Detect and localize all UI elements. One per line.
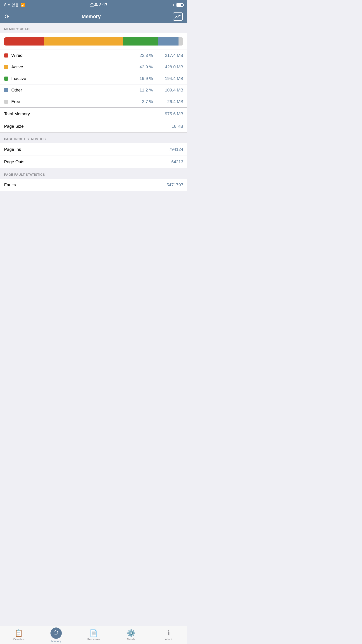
- row-label: Wired: [11, 53, 137, 58]
- battery-fill: [177, 4, 181, 6]
- color-dot: [4, 65, 8, 69]
- stats-value: 64213: [171, 160, 183, 164]
- summary-row: Total Memory 975.6 MB: [0, 108, 187, 120]
- usage-bar: [4, 37, 183, 46]
- page-inout-rows: Page Ins 794124 Page Outs 64213: [0, 143, 187, 168]
- status-right: ✦: [172, 3, 183, 7]
- status-left: SIM 없음 📶: [4, 3, 25, 8]
- row-pct: 2.7 %: [137, 99, 153, 104]
- refresh-button[interactable]: ⟳: [4, 14, 9, 20]
- row-label: Active: [11, 64, 137, 70]
- battery-indicator: [176, 3, 183, 7]
- fault-label: Faults: [4, 182, 16, 188]
- chart-button[interactable]: [173, 12, 183, 20]
- row-pct: 22.3 %: [137, 53, 153, 58]
- bluetooth-icon: ✦: [172, 3, 175, 7]
- memory-rows: Wired 22.3 % 217.4 MB Active 43.9 % 428.…: [0, 50, 187, 108]
- usage-bar-container: [0, 33, 187, 50]
- summary-label: Total Memory: [4, 112, 30, 116]
- wifi-icon: 📶: [20, 3, 25, 7]
- bar-segment: [179, 37, 183, 46]
- row-mb: 26.4 MB: [158, 99, 183, 104]
- carrier-label: SIM 없음: [4, 3, 19, 8]
- stats-label: Page Outs: [4, 160, 24, 164]
- row-pct: 11.2 %: [137, 88, 153, 92]
- memory-row: Inactive 19.9 % 194.4 MB: [0, 73, 187, 84]
- stats-value: 794124: [169, 147, 183, 152]
- summary-value: 975.6 MB: [165, 112, 183, 116]
- memory-row: Free 2.7 % 26.4 MB: [0, 96, 187, 107]
- color-dot: [4, 88, 8, 92]
- status-bar: SIM 없음 📶 오후 3:17 ✦: [0, 0, 187, 10]
- bar-segment: [123, 37, 158, 46]
- status-time: 오후 3:17: [90, 2, 107, 8]
- nav-bar: ⟳ Memory: [0, 10, 187, 23]
- color-dot: [4, 76, 8, 80]
- stats-row: Page Outs 64213: [0, 156, 187, 168]
- row-pct: 43.9 %: [137, 64, 153, 70]
- stats-row: Page Ins 794124: [0, 143, 187, 156]
- summary-label: Page Size: [4, 124, 24, 129]
- row-label: Other: [11, 88, 137, 92]
- row-pct: 19.9 %: [137, 76, 153, 81]
- row-label: Free: [11, 99, 137, 104]
- row-label: Inactive: [11, 76, 137, 81]
- stats-label: Page Ins: [4, 147, 21, 152]
- memory-row: Other 11.2 % 109.4 MB: [0, 84, 187, 96]
- page-inout-header: PAGE IN/OUT STATISTICS: [0, 133, 187, 143]
- memory-row: Active 43.9 % 428.0 MB: [0, 61, 187, 73]
- summary-value: 16 KB: [171, 124, 183, 129]
- memory-usage-header: MEMORY USAGE: [0, 23, 187, 33]
- row-mb: 428.0 MB: [158, 64, 183, 70]
- summary-row: Page Size 16 KB: [0, 120, 187, 132]
- row-mb: 109.4 MB: [158, 88, 183, 92]
- page-fault-header: PAGE FAULT STATISTICS: [0, 168, 187, 179]
- bar-segment: [4, 37, 44, 46]
- bar-segment: [44, 37, 123, 46]
- nav-title: Memory: [82, 14, 101, 20]
- color-dot: [4, 54, 8, 58]
- bar-segment: [158, 37, 179, 46]
- row-mb: 217.4 MB: [158, 53, 183, 58]
- color-dot: [4, 100, 8, 104]
- fault-value: 5471797: [167, 182, 183, 188]
- summary-rows: Total Memory 975.6 MB Page Size 16 KB: [0, 108, 187, 133]
- row-mb: 194.4 MB: [158, 76, 183, 81]
- fault-row: Faults 5471797: [0, 179, 187, 191]
- chart-icon: [174, 14, 181, 19]
- memory-row: Wired 22.3 % 217.4 MB: [0, 50, 187, 61]
